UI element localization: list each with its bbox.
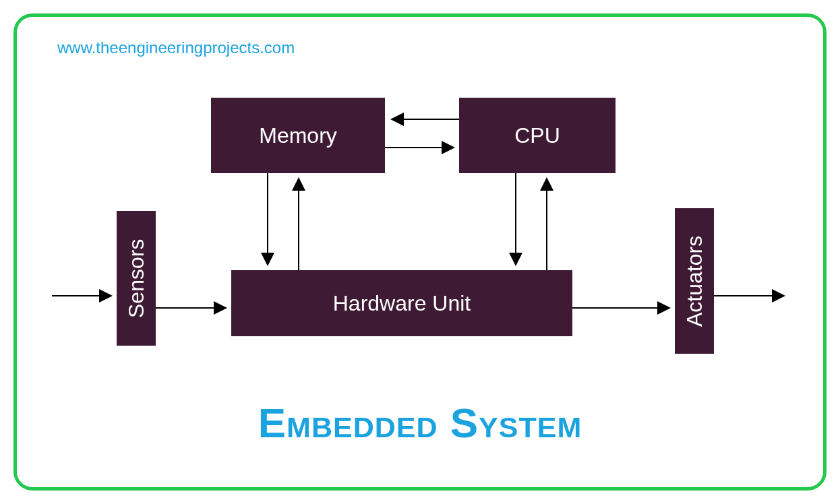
block-label: Hardware Unit <box>333 291 471 316</box>
block-sensors: Sensors <box>117 211 156 346</box>
diagram-title: Embedded System <box>17 399 823 447</box>
block-cpu: CPU <box>459 98 616 173</box>
frame: www.theengineeringprojects.com Memory CP… <box>13 13 827 491</box>
block-label: Actuators <box>682 235 707 326</box>
block-actuators: Actuators <box>675 208 714 354</box>
block-memory: Memory <box>211 98 385 173</box>
block-label: Memory <box>259 123 337 148</box>
block-label: CPU <box>514 123 560 148</box>
block-label: Sensors <box>124 239 149 317</box>
block-hardware: Hardware Unit <box>231 270 572 336</box>
